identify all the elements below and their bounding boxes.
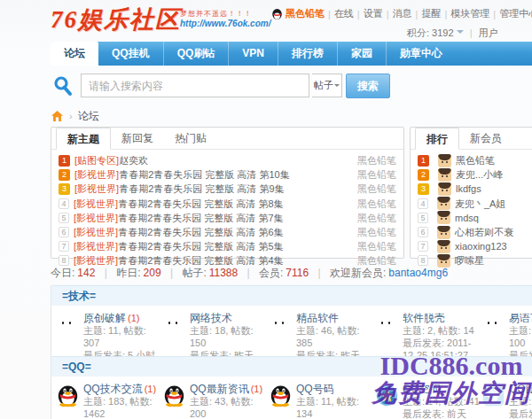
breadcrumb-forum[interactable]: 论坛 [78, 109, 99, 124]
thread-title[interactable]: 青春期2青春失乐园 完整版 高清 第6集 [118, 227, 283, 237]
home-icon[interactable] [51, 110, 64, 122]
thread-title[interactable]: 青春期2青春失乐园 完整版 高清 第5集 [118, 241, 283, 252]
breadcrumb: › 论坛 [51, 109, 99, 123]
section-title[interactable]: =QQ= [51, 356, 532, 376]
forum-lastpost: 最后发表: 前天 19:40 [403, 407, 481, 419]
nav-tab-medals[interactable]: 勋章中心 [386, 42, 456, 66]
member-row: 2麦兜...小峰 [418, 167, 532, 182]
tab-new-members[interactable]: 新会员 [459, 128, 512, 149]
credits-dropdown[interactable]: 积分: 3192 [407, 27, 454, 38]
forum-stats-line: 主题: 43, 帖数: 98 [509, 395, 532, 407]
member-name[interactable]: 麦兜丶_A姐 [455, 197, 505, 211]
forum-link[interactable]: QQ最新资讯 [190, 383, 249, 395]
avatar [437, 240, 450, 253]
rank-badge: 3 [59, 183, 70, 195]
forum-link[interactable]: 原创破解 [83, 312, 126, 324]
thread-category[interactable]: [影视世界] [74, 241, 118, 252]
thread-category[interactable]: [影视世界] [74, 213, 118, 223]
welcome-label: 欢迎新会员: [330, 267, 386, 279]
member-name[interactable]: xiaoxing123 [455, 239, 507, 253]
thread-list: 1[贴图专区]赵奕欢黑色铅笔 2[影视世界]青春期2青春失乐园 完整版 高清 第… [51, 150, 403, 268]
thread-title[interactable]: 青春期2青春失乐园 完整版 高清 第4集 [118, 255, 283, 266]
thread-category[interactable]: [贴图专区] [74, 155, 119, 166]
site-logo[interactable]: 76娱乐社区 [51, 4, 181, 35]
username-link[interactable]: 黑色铅笔 [286, 7, 325, 20]
forum-link[interactable]: QQ图标 [509, 383, 532, 395]
forum-link[interactable]: 易语言交流 [509, 312, 532, 324]
thread-author[interactable]: 黑色铅笔 [357, 182, 396, 196]
member-name[interactable]: lkdfgs [456, 182, 481, 196]
thread-category[interactable]: [影视世界] [74, 255, 118, 266]
forum-link[interactable]: 精品软件 [296, 312, 339, 324]
nav-tab-home-space[interactable]: 家园 [337, 42, 386, 66]
tab-ranking[interactable]: 排行 [415, 128, 459, 150]
thread-author[interactable]: 黑色铅笔 [357, 239, 396, 253]
thread-author[interactable]: 黑色铅笔 [357, 153, 396, 167]
member-name[interactable]: 心相若则不衰 [455, 225, 513, 239]
member-name[interactable]: mdsq [455, 211, 479, 225]
tab-new-replies[interactable]: 新回复 [111, 128, 164, 149]
search-input[interactable] [81, 74, 309, 97]
user-bar: 黑色铅笔 | 在线 | 设置 | 消息 | 提醒 | 模块管理 | 管理中心 积… [271, 7, 532, 40]
separator: | [357, 9, 360, 19]
thread-category[interactable]: [影视世界] [74, 183, 119, 194]
userbar-link-modules[interactable]: 模块管理 [450, 7, 489, 20]
forum-lastpost: 最后发表: 前天 22:38:05 [509, 407, 532, 419]
newest-member-link[interactable]: bantao4mg6 [388, 267, 448, 279]
nav-tab-forum[interactable]: 论坛 [51, 42, 98, 66]
nav-tab-ranking[interactable]: 排行榜 [278, 42, 337, 66]
tab-hot-posts[interactable]: 热门贴 [164, 128, 217, 149]
nav-tab-qq-diamond[interactable]: QQ刷钻 [163, 42, 229, 66]
qq-badge-icon [482, 384, 505, 407]
thread-title[interactable]: 青春期2青春失乐园 完整版 高清 第7集 [118, 213, 283, 223]
forum-link[interactable]: QQ号码 [296, 383, 334, 395]
rank-badge: 6 [59, 227, 69, 237]
search-type-value: 帖子 [314, 80, 333, 90]
userbar-link-admin[interactable]: 管理中心 [499, 7, 532, 20]
qzone-star-icon [376, 384, 398, 407]
userbar-link-notices[interactable]: 提醒 [421, 7, 441, 20]
member-name[interactable]: 黑色铅笔 [456, 153, 495, 167]
section-title[interactable]: =技术= [51, 285, 532, 305]
thread-title[interactable]: 赵奕欢 [119, 155, 148, 166]
rank-badge: 5 [418, 213, 428, 223]
thread-author[interactable]: 黑色铅笔 [357, 167, 396, 182]
forum-link[interactable]: QQ空间 [403, 383, 441, 395]
search-type-select[interactable]: 帖子 [312, 74, 342, 97]
thread-category[interactable]: [影视世界] [74, 227, 118, 237]
forum-link[interactable]: 网络技术 [190, 312, 232, 324]
forum-block: QQ空间 主题: 14, 帖数: 41 最后发表: 前天 19:40 [374, 383, 481, 419]
forum-stats-line: 主题: 11, 帖数: 134 [296, 395, 374, 419]
thread-author[interactable]: 黑色铅笔 [357, 225, 396, 239]
forum-stats-line: 主题: 2, 帖数: 14 [403, 324, 481, 337]
stat-value: 142 [77, 267, 95, 279]
thread-author[interactable]: 黑色铅笔 [357, 211, 396, 225]
stat-label: 帖子: [182, 267, 206, 279]
forum-link[interactable]: QQ技术交流 [83, 383, 143, 395]
nav-tab-qq-hangup[interactable]: QQ挂机 [98, 42, 163, 66]
qq-penguin-icon [163, 384, 185, 407]
rank-badge: 3 [418, 183, 429, 195]
thread-title[interactable]: 青春期2青春失乐园 完整版 高清 第8集 [118, 198, 283, 209]
forum-stats-line: 主题: 183, 帖数: 1462 [83, 395, 161, 419]
search-button[interactable]: 搜索 [346, 74, 390, 98]
thread-author[interactable]: 黑色铅笔 [357, 197, 396, 211]
member-name[interactable]: 麦兜...小峰 [456, 167, 503, 182]
thread-title[interactable]: 青春期2青春失乐园 完整版 高清 第9集 [119, 183, 284, 194]
separator: | [328, 9, 331, 19]
userbar-link-messages[interactable]: 消息 [393, 7, 412, 20]
breadcrumb-separator: › [69, 111, 73, 121]
member-name[interactable]: 啰嗦星 [455, 253, 484, 268]
thread-title[interactable]: 青春期2青春失乐园 完整版 高清 第10集 [119, 169, 290, 180]
ranking-panel: 排行 新会员 1黑色铅笔 2麦兜...小峰 3lkdfgs 4麦兜丶_A姐 5m… [410, 127, 532, 259]
thread-category[interactable]: [影视世界] [74, 198, 118, 209]
usergroup-link[interactable]: 用户 [479, 27, 498, 38]
tab-new-threads[interactable]: 新主题 [56, 128, 111, 150]
nav-tab-vpn[interactable]: VPN [228, 42, 278, 66]
userbar-link-online[interactable]: 在线 [334, 7, 354, 20]
thread-row: 2[影视世界]青春期2青春失乐园 完整版 高清 第10集黑色铅笔 [59, 167, 396, 182]
thread-category[interactable]: [影视世界] [74, 169, 119, 180]
userbar-link-settings[interactable]: 设置 [364, 7, 383, 20]
forum-link[interactable]: 软件脱壳 [403, 312, 445, 324]
forum-stats-line: 主题: 43, 帖数: 200 [190, 395, 268, 419]
